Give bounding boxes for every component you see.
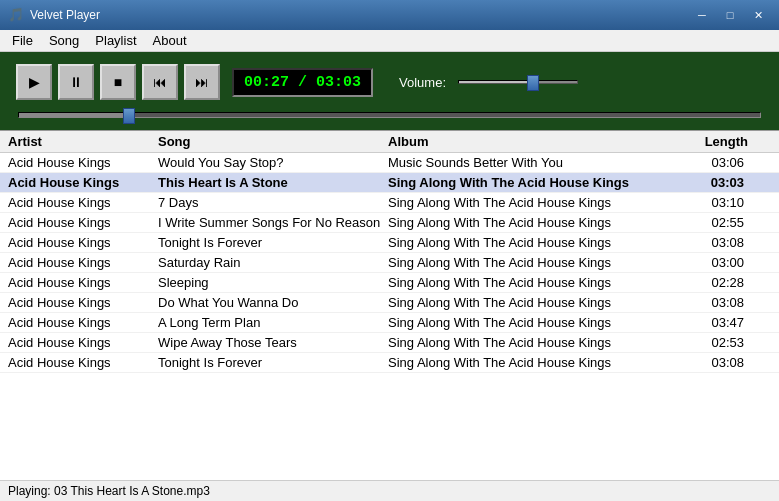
controls-row: ▶ ⏸ ■ ⏮ ⏭ 00:27 / 03:03 Volume:	[16, 64, 763, 100]
table-row[interactable]: Acid House Kings This Heart Is A Stone S…	[0, 173, 779, 193]
cell-artist: Acid House Kings	[8, 275, 158, 290]
cell-length: 03:08	[668, 235, 748, 250]
table-row[interactable]: Acid House Kings Sleeping Sing Along Wit…	[0, 273, 779, 293]
cell-artist: Acid House Kings	[8, 295, 158, 310]
volume-fill	[459, 81, 530, 83]
menu-playlist[interactable]: Playlist	[87, 30, 144, 51]
cell-length: 03:47	[668, 315, 748, 330]
cell-album: Sing Along With The Acid House Kings	[388, 215, 668, 230]
cell-length: 03:03	[668, 175, 748, 190]
time-display: 00:27 / 03:03	[232, 68, 373, 97]
playlist-rows: Acid House Kings Would You Say Stop? Mus…	[0, 153, 779, 373]
cell-album: Sing Along With The Acid House Kings	[388, 355, 668, 370]
cell-album: Sing Along With The Acid House Kings	[388, 175, 668, 190]
cell-song: I Write Summer Songs For No Reason	[158, 215, 388, 230]
progress-row	[16, 112, 763, 118]
cell-artist: Acid House Kings	[8, 235, 158, 250]
menu-song[interactable]: Song	[41, 30, 87, 51]
close-button[interactable]: ✕	[745, 5, 771, 25]
cell-song: Wipe Away Those Tears	[158, 335, 388, 350]
next-button[interactable]: ⏭	[184, 64, 220, 100]
cell-song: 7 Days	[158, 195, 388, 210]
volume-slider[interactable]	[458, 80, 578, 84]
next-icon: ⏭	[195, 74, 209, 90]
cell-length: 03:08	[668, 295, 748, 310]
cell-song: Do What You Wanna Do	[158, 295, 388, 310]
cell-length: 03:10	[668, 195, 748, 210]
cell-artist: Acid House Kings	[8, 155, 158, 170]
cell-song: This Heart Is A Stone	[158, 175, 388, 190]
cell-song: Tonight Is Forever	[158, 235, 388, 250]
cell-song: Would You Say Stop?	[158, 155, 388, 170]
cell-length: 02:28	[668, 275, 748, 290]
play-icon: ▶	[29, 74, 40, 90]
cell-album: Sing Along With The Acid House Kings	[388, 235, 668, 250]
status-bar: Playing: 03 This Heart Is A Stone.mp3	[0, 480, 779, 501]
cell-length: 03:00	[668, 255, 748, 270]
cell-artist: Acid House Kings	[8, 215, 158, 230]
window-title: Velvet Player	[30, 8, 100, 22]
maximize-button[interactable]: □	[717, 5, 743, 25]
header-artist: Artist	[8, 134, 158, 149]
cell-artist: Acid House Kings	[8, 335, 158, 350]
cell-song: Sleeping	[158, 275, 388, 290]
cell-album: Sing Along With The Acid House Kings	[388, 335, 668, 350]
play-button[interactable]: ▶	[16, 64, 52, 100]
cell-artist: Acid House Kings	[8, 195, 158, 210]
header-album: Album	[388, 134, 668, 149]
progress-fill	[19, 113, 130, 117]
prev-button[interactable]: ⏮	[142, 64, 178, 100]
cell-artist: Acid House Kings	[8, 315, 158, 330]
player-section: ▶ ⏸ ■ ⏮ ⏭ 00:27 / 03:03 Volume:	[0, 52, 779, 130]
cell-artist: Acid House Kings	[8, 255, 158, 270]
table-row[interactable]: Acid House Kings 7 Days Sing Along With …	[0, 193, 779, 213]
header-length: Length	[668, 134, 748, 149]
playlist-header: Artist Song Album Length	[0, 131, 779, 153]
title-bar-controls: ─ □ ✕	[689, 5, 771, 25]
cell-album: Sing Along With The Acid House Kings	[388, 275, 668, 290]
app-icon: 🎵	[8, 7, 24, 23]
pause-icon: ⏸	[69, 74, 83, 90]
progress-thumb[interactable]	[123, 108, 135, 124]
stop-icon: ■	[114, 74, 122, 90]
cell-album: Music Sounds Better With You	[388, 155, 668, 170]
volume-track[interactable]	[458, 80, 578, 84]
title-bar: 🎵 Velvet Player ─ □ ✕	[0, 0, 779, 30]
header-song: Song	[158, 134, 388, 149]
cell-song: Saturday Rain	[158, 255, 388, 270]
cell-song: Tonight Is Forever	[158, 355, 388, 370]
menu-file[interactable]: File	[4, 30, 41, 51]
menu-about[interactable]: About	[145, 30, 195, 51]
cell-length: 02:53	[668, 335, 748, 350]
cell-song: A Long Term Plan	[158, 315, 388, 330]
cell-length: 02:55	[668, 215, 748, 230]
volume-label: Volume:	[399, 75, 446, 90]
playlist-section: Artist Song Album Length Acid House King…	[0, 130, 779, 480]
title-bar-left: 🎵 Velvet Player	[8, 7, 100, 23]
table-row[interactable]: Acid House Kings Do What You Wanna Do Si…	[0, 293, 779, 313]
table-row[interactable]: Acid House Kings Tonight Is Forever Sing…	[0, 353, 779, 373]
minimize-button[interactable]: ─	[689, 5, 715, 25]
cell-length: 03:06	[668, 155, 748, 170]
prev-icon: ⏮	[153, 74, 167, 90]
volume-thumb[interactable]	[527, 75, 539, 91]
table-row[interactable]: Acid House Kings Would You Say Stop? Mus…	[0, 153, 779, 173]
cell-length: 03:08	[668, 355, 748, 370]
cell-artist: Acid House Kings	[8, 355, 158, 370]
table-row[interactable]: Acid House Kings Saturday Rain Sing Alon…	[0, 253, 779, 273]
table-row[interactable]: Acid House Kings A Long Term Plan Sing A…	[0, 313, 779, 333]
cell-album: Sing Along With The Acid House Kings	[388, 295, 668, 310]
status-text: Playing: 03 This Heart Is A Stone.mp3	[8, 484, 210, 498]
table-row[interactable]: Acid House Kings Wipe Away Those Tears S…	[0, 333, 779, 353]
table-row[interactable]: Acid House Kings I Write Summer Songs Fo…	[0, 213, 779, 233]
cell-album: Sing Along With The Acid House Kings	[388, 315, 668, 330]
progress-track[interactable]	[18, 112, 761, 118]
menu-bar: File Song Playlist About	[0, 30, 779, 52]
cell-album: Sing Along With The Acid House Kings	[388, 195, 668, 210]
pause-button[interactable]: ⏸	[58, 64, 94, 100]
cell-album: Sing Along With The Acid House Kings	[388, 255, 668, 270]
table-row[interactable]: Acid House Kings Tonight Is Forever Sing…	[0, 233, 779, 253]
cell-artist: Acid House Kings	[8, 175, 158, 190]
stop-button[interactable]: ■	[100, 64, 136, 100]
